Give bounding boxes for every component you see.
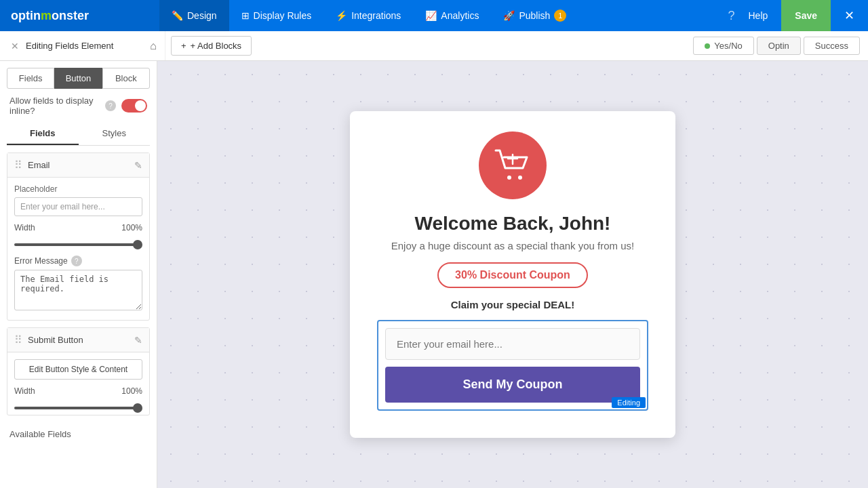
cart-icon bbox=[494, 149, 531, 182]
help-button[interactable]: Help bbox=[741, 6, 776, 25]
editing-label: Editing Fields Element bbox=[26, 41, 146, 51]
error-help-icon[interactable]: ? bbox=[71, 256, 82, 266]
drag-handle-icon[interactable]: ⠿ bbox=[14, 159, 22, 171]
logo: optinmonster bbox=[11, 9, 89, 23]
error-label: Error Message bbox=[14, 256, 68, 266]
email-field-section: ⠿ Email ✎ Placeholder Width 100% Error M… bbox=[7, 152, 150, 321]
coupon-badge: 30% Discount Coupon bbox=[437, 262, 588, 288]
nav-design[interactable]: ✏️ Design bbox=[159, 0, 229, 31]
width-value: 100% bbox=[121, 223, 142, 232]
width-slider[interactable] bbox=[14, 243, 142, 246]
nav-analytics[interactable]: 📈 Analytics bbox=[413, 0, 491, 31]
claim-text: Claim your special DEAL! bbox=[377, 299, 648, 310]
close-button[interactable]: ✕ bbox=[836, 0, 863, 31]
email-field-body: Placeholder Width 100% Error Message ? T… bbox=[7, 178, 149, 320]
placeholder-label: Placeholder bbox=[14, 184, 142, 194]
email-field-header: ⠿ Email ✎ bbox=[7, 153, 149, 178]
nav-integrations[interactable]: ⚡ Integrations bbox=[323, 0, 413, 31]
svg-point-1 bbox=[518, 176, 522, 180]
available-fields-label: Available Fields bbox=[0, 422, 157, 443]
nav-right: ? Help Save ✕ bbox=[728, 0, 868, 31]
inline-toggle[interactable] bbox=[121, 99, 147, 113]
form-area: Send My Coupon Editing bbox=[377, 320, 648, 411]
email-input[interactable] bbox=[385, 328, 640, 360]
main-tab-group: Fields Button Block bbox=[0, 61, 157, 89]
sub-tab-styles[interactable]: Styles bbox=[79, 123, 151, 145]
placeholder-input[interactable] bbox=[14, 197, 142, 216]
tab-yes-no[interactable]: Yes/No bbox=[693, 37, 753, 55]
tab-button[interactable]: Button bbox=[54, 68, 102, 89]
submit-width-row: Width 100% bbox=[14, 386, 142, 396]
sub-tab-fields[interactable]: Fields bbox=[7, 123, 79, 145]
editing-info: ✕ Editing Fields Element ⌂ bbox=[8, 31, 165, 60]
width-row: Width 100% bbox=[14, 223, 142, 232]
submit-width-value: 100% bbox=[121, 386, 142, 396]
sub-tab-group: Fields Styles bbox=[7, 123, 150, 146]
popup-card: Welcome Back, John! Enjoy a huge discoun… bbox=[350, 111, 675, 438]
main-layout: Fields Button Block Allow fields to disp… bbox=[0, 61, 868, 488]
submit-width-label: Width bbox=[14, 386, 35, 396]
integrations-icon: ⚡ bbox=[336, 10, 347, 21]
display-rules-icon: ⊞ bbox=[241, 10, 250, 21]
question-icon[interactable]: ? bbox=[728, 9, 734, 23]
tab-success[interactable]: Success bbox=[804, 37, 860, 55]
editing-badge: Editing bbox=[612, 397, 646, 408]
width-slider-container bbox=[14, 237, 142, 249]
submit-button-section: ⠿ Submit Button ✎ Edit Button Style & Co… bbox=[7, 327, 150, 415]
canvas-area: Welcome Back, John! Enjoy a huge discoun… bbox=[157, 61, 868, 488]
submit-width-slider-container bbox=[14, 400, 142, 412]
inline-help-icon[interactable]: ? bbox=[105, 100, 116, 111]
popup-subtitle: Enjoy a huge discount as a special thank… bbox=[377, 240, 648, 251]
add-blocks-button[interactable]: + + Add Blocks bbox=[171, 36, 252, 56]
plus-icon: + bbox=[181, 41, 186, 51]
error-message-textarea[interactable]: The Email field is required. bbox=[14, 270, 142, 310]
submit-width-area: Width 100% bbox=[7, 386, 149, 415]
popup-title: Welcome Back, John! bbox=[377, 213, 648, 235]
svg-point-0 bbox=[507, 176, 511, 180]
logo-area: optinmonster bbox=[0, 0, 159, 31]
submit-drag-handle-icon[interactable]: ⠿ bbox=[14, 333, 22, 346]
left-panel: Fields Button Block Allow fields to disp… bbox=[0, 61, 157, 488]
nav-items: ✏️ Design ⊞ Display Rules ⚡ Integrations… bbox=[159, 0, 728, 31]
edit-button-style-button[interactable]: Edit Button Style & Content bbox=[14, 359, 142, 380]
analytics-icon: 📈 bbox=[425, 10, 437, 21]
sub-bar: ✕ Editing Fields Element ⌂ + + Add Block… bbox=[0, 31, 868, 61]
top-navigation: optinmonster ✏️ Design ⊞ Display Rules ⚡… bbox=[0, 0, 868, 31]
publish-icon: 🚀 bbox=[503, 10, 515, 21]
email-edit-icon[interactable]: ✎ bbox=[134, 160, 142, 171]
submit-field-header: ⠿ Submit Button ✎ bbox=[7, 328, 149, 352]
nav-display-rules[interactable]: ⊞ Display Rules bbox=[229, 0, 324, 31]
close-editing-button[interactable]: ✕ bbox=[8, 41, 22, 52]
canvas-controls: + + Add Blocks Yes/No Optin Success bbox=[171, 36, 860, 56]
inline-label: Allow fields to display inline? bbox=[9, 96, 100, 116]
cart-icon-circle bbox=[479, 131, 547, 199]
submit-width-slider[interactable] bbox=[14, 407, 142, 409]
inline-toggle-row: Allow fields to display inline? ? bbox=[0, 89, 157, 123]
submit-coupon-button[interactable]: Send My Coupon bbox=[385, 367, 640, 403]
submit-field-name: Submit Button bbox=[28, 335, 134, 345]
active-dot bbox=[705, 43, 710, 49]
home-icon[interactable]: ⌂ bbox=[150, 40, 157, 52]
view-tabs: Yes/No Optin Success bbox=[693, 37, 860, 55]
tab-block[interactable]: Block bbox=[102, 68, 150, 89]
nav-publish[interactable]: 🚀 Publish 1 bbox=[491, 0, 578, 31]
error-row: Error Message ? bbox=[14, 256, 142, 266]
email-field-name: Email bbox=[28, 160, 134, 170]
pencil-icon: ✏️ bbox=[172, 10, 183, 21]
publish-badge: 1 bbox=[554, 9, 566, 22]
save-button[interactable]: Save bbox=[781, 0, 831, 31]
width-label: Width bbox=[14, 223, 35, 232]
tab-optin[interactable]: Optin bbox=[757, 37, 801, 55]
submit-edit-icon[interactable]: ✎ bbox=[134, 335, 142, 346]
tab-fields[interactable]: Fields bbox=[7, 68, 54, 89]
